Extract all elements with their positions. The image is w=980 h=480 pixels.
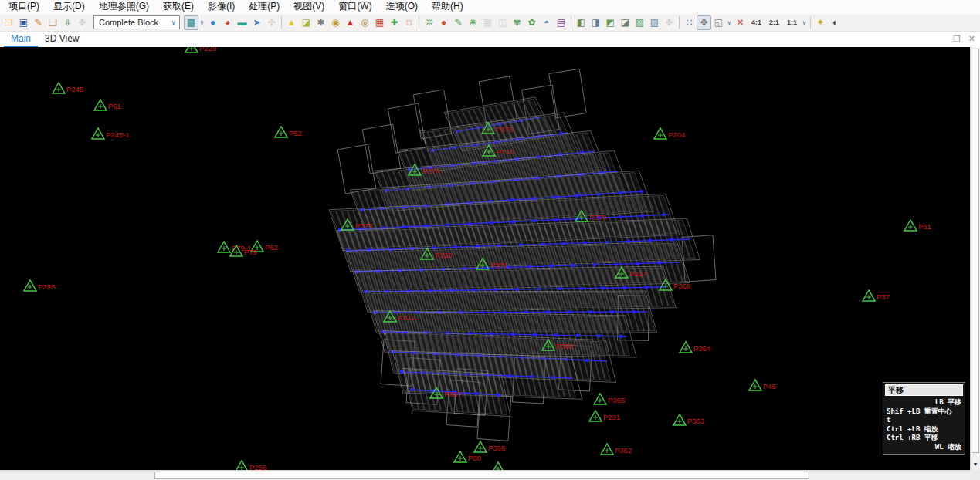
ball-red-icon[interactable]: ● xyxy=(436,15,451,30)
smooth-green-icon[interactable]: ❊ xyxy=(422,15,436,30)
menu-item-4[interactable]: 获取(E) xyxy=(156,0,201,15)
control-point-p364[interactable]: P364 xyxy=(680,342,710,353)
measure-green-icon[interactable]: ✎ xyxy=(451,15,466,30)
zoom-ratio-2-1[interactable]: 2:1 xyxy=(765,19,783,26)
key-light-icon[interactable]: ✦ xyxy=(813,15,828,30)
table-icon[interactable]: ▦ xyxy=(480,15,495,30)
image-display-icon[interactable]: ▬ xyxy=(235,15,249,30)
zoom-ratio-1-1[interactable]: 1:1 xyxy=(783,19,801,26)
album-purple-icon[interactable]: ▤ xyxy=(554,15,568,30)
menu-item-6[interactable]: 处理(P) xyxy=(242,0,287,15)
control-point-p256[interactable]: P256 xyxy=(236,461,266,470)
control-point-p245-1[interactable]: P245-1 xyxy=(92,128,130,139)
control-point-p245[interactable]: P245 xyxy=(53,83,83,93)
gps-point-icon[interactable]: ✚ xyxy=(387,15,402,30)
restore-window-icon[interactable]: ❐ xyxy=(953,34,961,44)
pattern-select-icon[interactable]: ▩ xyxy=(184,15,198,30)
control-point-p255[interactable]: P255 xyxy=(24,280,55,291)
map-canvas[interactable]: P229P245P61P245-1P52P375P204P216P374P370… xyxy=(0,47,970,470)
pan-help-row: Ctrl +LB 缩放 xyxy=(883,425,965,434)
combobox-caret-icon[interactable]: ∨ xyxy=(171,19,176,26)
image-center-dot xyxy=(571,264,575,267)
flask-icon[interactable]: ▲ xyxy=(343,15,358,30)
grid-red-icon[interactable]: ▦ xyxy=(372,15,387,30)
edit-icon[interactable]: ✎ xyxy=(31,15,46,30)
close-window-icon[interactable]: ✕ xyxy=(968,34,975,44)
zoom-ratio-1-1-caret-icon[interactable]: ∨ xyxy=(801,19,808,26)
contrast-icon[interactable]: ◐ xyxy=(828,15,843,30)
control-point-p365[interactable]: P365 xyxy=(594,394,625,404)
control-point-p61[interactable]: P61 xyxy=(94,100,121,110)
zoom-ratio-4-1[interactable]: 4:1 xyxy=(748,19,765,26)
control-point-label: P61 xyxy=(108,102,121,110)
sphere-red-icon[interactable]: ◕ xyxy=(220,15,235,30)
box-3d-icon[interactable]: ◫ xyxy=(495,15,510,30)
image-tool-5-icon[interactable]: ▨ xyxy=(632,15,647,30)
control-point-p366[interactable]: P366 xyxy=(474,441,505,452)
pick-tool-icon[interactable]: ➤ xyxy=(249,15,264,30)
link-icon[interactable]: ✣ xyxy=(264,15,279,30)
control-point-p80[interactable]: P80 xyxy=(454,451,481,462)
image-center-dot xyxy=(619,215,622,218)
horizontal-scrollbar-thumb[interactable] xyxy=(154,472,809,479)
control-point-p231[interactable]: P231 xyxy=(589,411,620,421)
block-selector-combobox[interactable]: Complete Block∨ xyxy=(93,15,180,29)
menu-item-3[interactable]: 地理参照(G) xyxy=(92,0,156,15)
image-center-dot xyxy=(537,288,540,291)
camera-adjust-icon[interactable]: ◉ xyxy=(328,15,343,30)
menu-item-7[interactable]: 视图(V) xyxy=(287,0,331,15)
vertical-scrollbar[interactable]: ▼ xyxy=(970,47,980,470)
image-center-dot xyxy=(368,248,371,252)
image-tool-1-icon[interactable]: ◧ xyxy=(574,15,588,30)
dome-blue-icon[interactable]: ◓ xyxy=(539,15,554,30)
horizontal-scrollbar[interactable] xyxy=(0,470,970,480)
pattern-select-icon-caret-icon[interactable]: ∨ xyxy=(198,19,205,26)
refresh-icon[interactable]: ✥ xyxy=(75,15,90,30)
scroll-down-arrow-icon[interactable]: ▼ xyxy=(971,460,980,469)
open-project-icon[interactable]: ❒ xyxy=(2,15,16,30)
menu-item-9[interactable]: 选项(O) xyxy=(379,0,425,15)
menu-item-1[interactable]: 项目(P) xyxy=(2,0,46,15)
control-point-p363[interactable]: P363 xyxy=(673,414,704,425)
menu-item-8[interactable]: 窗口(W) xyxy=(331,0,378,15)
control-point-p45[interactable]: P45 xyxy=(749,380,776,390)
control-point-p229[interactable]: P229 xyxy=(185,47,216,52)
control-point-p362[interactable]: P362 xyxy=(601,444,632,455)
control-point[interactable] xyxy=(492,462,504,470)
tab-3d-view[interactable]: 3D View xyxy=(38,32,86,47)
menu-item-2[interactable]: 显示(D) xyxy=(46,0,92,15)
camera-exif-icon[interactable]: ◘ xyxy=(402,15,416,30)
hand-tool-icon[interactable]: ✥ xyxy=(662,15,677,30)
sphere-blue-icon[interactable]: ● xyxy=(205,15,220,30)
add-images-icon[interactable]: ❏ xyxy=(46,15,60,30)
control-point-label: P62 xyxy=(265,243,278,252)
control-point-p52[interactable]: P52 xyxy=(275,127,302,137)
binoculars-icon[interactable]: ◎ xyxy=(358,15,372,30)
menu-item-5[interactable]: 影像(I) xyxy=(201,0,242,15)
leaf-green-icon[interactable]: ✾ xyxy=(510,15,524,30)
zoom-region-icon[interactable]: ◱ xyxy=(711,15,726,30)
gears-icon[interactable]: ✱ xyxy=(314,15,328,30)
image-edit-icon[interactable]: ◪ xyxy=(299,15,314,30)
control-point-p37[interactable]: P37 xyxy=(863,290,890,301)
fit-all-icon[interactable]: ✕ xyxy=(733,15,748,30)
vertical-scrollbar-thumb[interactable] xyxy=(972,49,979,453)
tab-main[interactable]: Main xyxy=(4,32,38,47)
image-center-dot xyxy=(611,310,614,313)
control-point-p204[interactable]: P204 xyxy=(654,128,685,139)
control-point-p31[interactable]: P31 xyxy=(904,220,931,231)
fan-green-icon[interactable]: ❀ xyxy=(466,15,480,30)
tile-view-icon[interactable]: ∷ xyxy=(682,15,697,30)
image-tool-3-icon[interactable]: ◩ xyxy=(603,15,618,30)
save-icon[interactable]: ▣ xyxy=(16,15,31,30)
warning-triangle-icon[interactable]: ▲ xyxy=(284,15,299,30)
image-tool-2-icon[interactable]: ◨ xyxy=(588,15,603,30)
image-tool-4-icon[interactable]: ◪ xyxy=(618,15,632,30)
import-file-icon[interactable]: ⇩ xyxy=(60,15,75,30)
menu-item-10[interactable]: 帮助(H) xyxy=(425,0,470,15)
pan-hand-icon[interactable]: ✥ xyxy=(697,15,711,30)
figure-green-icon[interactable]: ✿ xyxy=(524,15,539,30)
image-tool-6-icon[interactable]: ▧ xyxy=(647,15,662,30)
zoom-region-icon-caret-icon[interactable]: ∨ xyxy=(726,19,733,26)
photo-block xyxy=(329,69,716,441)
